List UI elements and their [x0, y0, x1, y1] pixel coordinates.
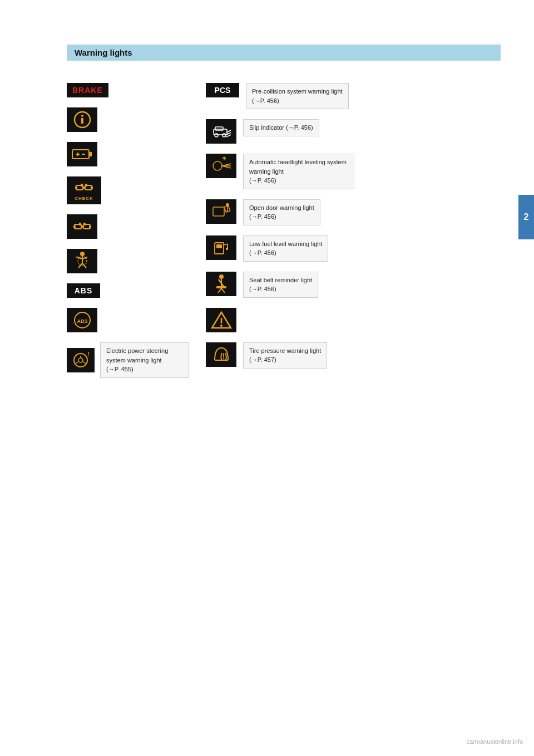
- eps-icon-item: ! Electric power steering system warning…: [67, 342, 189, 378]
- seatbelt-row: Seat belt reminder light(→P. 456): [206, 272, 439, 298]
- seatbelt-callout: Seat belt reminder light(→P. 456): [243, 272, 318, 298]
- tire-row: ( ! ) Tire pressure warning light(→P. 45…: [206, 342, 439, 369]
- svg-rect-19: [89, 225, 91, 228]
- svg-rect-63: [216, 286, 226, 288]
- right-column: PCS Pre-collision system warning light(→…: [206, 83, 439, 378]
- seatbelt-callout-text: Seat belt reminder light(→P. 456): [249, 277, 312, 293]
- svg-line-30: [76, 257, 77, 258]
- abs-label: ABS: [75, 286, 93, 295]
- svg-point-33: [74, 354, 87, 367]
- door-icon: [206, 199, 236, 224]
- svg-point-53: [226, 203, 229, 207]
- left-column: BRAKE: [67, 83, 189, 378]
- battery-svg: [72, 148, 93, 160]
- watermark-text: carmanualonline.info: [466, 738, 523, 745]
- check-label: CHECK: [75, 196, 93, 201]
- door-row: Open door warning light(→P. 456): [206, 199, 439, 225]
- fuel-callout-text: Low fuel level warning light(→P. 456): [249, 240, 322, 257]
- svg-rect-20: [79, 223, 81, 225]
- section-title: Warning lights: [75, 48, 132, 57]
- pcs-row: PCS Pre-collision system warning light(→…: [206, 83, 439, 109]
- abs-circle-icon: ABS: [67, 308, 97, 332]
- svg-text:ABS: ABS: [77, 318, 87, 324]
- svg-rect-56: [216, 244, 222, 248]
- seatbelt-svg: [213, 274, 230, 294]
- slip-callout-text: Slip indicator (→P. 456): [249, 124, 313, 131]
- svg-rect-2: [81, 118, 83, 124]
- tire-svg: ( ! ): [210, 345, 233, 365]
- svg-rect-16: [73, 225, 76, 228]
- warning-lights-layout: BRAKE: [67, 83, 501, 378]
- fuel-callout: Low fuel level warning light(→P. 456): [243, 235, 328, 262]
- svg-rect-12: [91, 186, 93, 189]
- headlight-svg: [211, 156, 232, 176]
- svg-rect-4: [89, 152, 92, 156]
- section-header: Warning lights: [67, 45, 501, 61]
- pcs-callout: Pre-collision system warning light(→P. 4…: [246, 83, 349, 109]
- slip-svg: [211, 121, 232, 141]
- circle-i-icon: [67, 107, 97, 132]
- pcs-label: PCS: [215, 86, 231, 95]
- engine-icon-item: [67, 214, 189, 239]
- svg-line-36: [76, 361, 79, 364]
- eps-svg: !: [70, 351, 92, 370]
- engine-svg: [72, 219, 92, 234]
- svg-point-68: [220, 325, 222, 327]
- svg-rect-40: [215, 127, 223, 130]
- pcs-callout-text: Pre-collision system warning light(→P. 4…: [252, 88, 343, 104]
- svg-rect-14: [85, 184, 87, 186]
- engine-icon: [67, 214, 97, 239]
- door-callout-text: Open door warning light(→P. 456): [249, 204, 314, 220]
- chapter-number: 2: [524, 212, 529, 222]
- svg-point-46: [213, 161, 222, 170]
- svg-line-57: [224, 244, 228, 245]
- svg-rect-9: [75, 186, 77, 189]
- svg-line-65: [221, 288, 225, 293]
- airbag-icon: [67, 249, 97, 273]
- brake-icon: BRAKE: [67, 83, 108, 97]
- svg-point-41: [215, 134, 218, 137]
- headlight-row: Automatic headlight leveling system warn…: [206, 154, 439, 189]
- eps-callout-text: Electric power steering system warning l…: [106, 347, 168, 372]
- abs-text-icon: ABS: [67, 283, 100, 298]
- battery-icon-item: [67, 142, 189, 166]
- eps-callout: Electric power steering system warning l…: [100, 342, 189, 378]
- svg-line-64: [218, 288, 221, 293]
- headlight-callout: Automatic headlight leveling system warn…: [243, 154, 354, 189]
- fuel-svg: [213, 238, 230, 257]
- tire-callout-text: Tire pressure warning light(→P. 457): [249, 347, 321, 364]
- svg-line-45: [226, 135, 231, 137]
- page: 2 Warning lights BRAKE: [0, 0, 534, 756]
- fuel-row: Low fuel level warning light(→P. 456): [206, 235, 439, 262]
- watermark: carmanualonline.info: [466, 738, 523, 745]
- door-callout: Open door warning light(→P. 456): [243, 199, 320, 225]
- svg-line-25: [82, 257, 87, 259]
- tire-callout: Tire pressure warning light(→P. 457): [243, 342, 327, 369]
- circle-i-icon-item: [67, 107, 189, 132]
- brake-icon-item: BRAKE: [67, 83, 189, 97]
- airbag-icon-item: [67, 249, 189, 273]
- engine-check-svg: [74, 180, 94, 195]
- door-svg: [211, 202, 232, 222]
- engine-check-icon: CHECK: [67, 176, 101, 204]
- svg-rect-21: [83, 223, 86, 225]
- svg-rect-51: [213, 207, 224, 216]
- slip-icon: [206, 119, 236, 144]
- fuel-icon: [206, 235, 236, 260]
- pcs-icon: PCS: [206, 83, 239, 97]
- svg-line-37: [82, 361, 86, 364]
- abs-text-icon-item: ABS: [67, 283, 189, 298]
- seatbelt-icon: [206, 272, 236, 296]
- svg-point-34: [78, 358, 83, 362]
- chapter-tab: 2: [518, 195, 534, 239]
- main-content: Warning lights BRAKE: [67, 45, 501, 378]
- svg-rect-59: [226, 248, 228, 250]
- svg-rect-3: [72, 150, 89, 159]
- headlight-callout-text: Automatic headlight leveling system warn…: [249, 159, 347, 184]
- triangle-row: [206, 308, 439, 332]
- circle-i-svg: [73, 110, 92, 129]
- headlight-icon: [206, 154, 236, 178]
- svg-point-22: [80, 252, 85, 256]
- triangle-icon: [206, 308, 236, 332]
- abs-circle-icon-item: ABS: [67, 308, 189, 332]
